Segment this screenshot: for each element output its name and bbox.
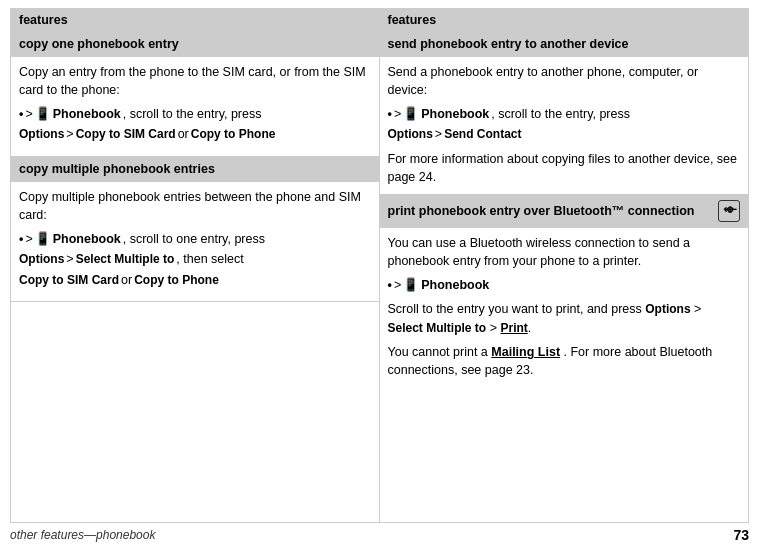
right-section1-para2: For more information about copying files… — [388, 150, 741, 186]
left-section2-content: Copy multiple phonebook entries between … — [11, 182, 379, 302]
footer: other features—phonebook 73 — [0, 523, 759, 547]
right-section2-content: You can use a Bluetooth wireless connect… — [380, 228, 749, 387]
right-features-text: features — [388, 13, 437, 27]
nav-bullet-1: • — [19, 105, 23, 123]
nav-options-2: Options — [19, 251, 64, 268]
right-nav-phonebook-icon-2: 📱 — [403, 276, 419, 294]
left-section2-nav: • > 📱 Phonebook, scroll to one entry, pr… — [19, 230, 371, 248]
left-section1-nav2: Options > Copy to SIM Card or Copy to Ph… — [19, 125, 371, 143]
left-features-text: features — [19, 13, 68, 27]
right-para2-gt: > — [694, 302, 701, 316]
right-section2-header-text: print phonebook entry over Bluetooth™ co… — [388, 204, 715, 218]
right-nav-arrow-1: > — [394, 105, 401, 123]
left-section2-header: copy multiple phonebook entries — [11, 157, 379, 182]
right-nav-phonebook-icon-1: 📱 — [403, 105, 419, 123]
right-section2-para3: You cannot print a Mailing List . For mo… — [388, 343, 741, 379]
right-para2-print: Print — [500, 321, 527, 335]
nav-copy-phone-2: Copy to Phone — [134, 272, 219, 289]
main-content: features copy one phonebook entry Copy a… — [10, 8, 749, 523]
right-nav-bullet-2: • — [388, 276, 392, 294]
footer-left: other features—phonebook — [10, 528, 733, 542]
right-nav-options-1: Options — [388, 126, 433, 143]
right-nav-send: Send Contact — [444, 126, 521, 143]
left-section1-para1: Copy an entry from the phone to the SIM … — [19, 63, 371, 99]
nav-phonebook-text-2: Phonebook — [53, 230, 121, 248]
left-column: features copy one phonebook entry Copy a… — [11, 9, 380, 522]
right-section1-header-text: send phonebook entry to another device — [388, 37, 629, 51]
right-para2-options: Options — [645, 302, 690, 316]
right-section2-para1: You can use a Bluetooth wireless connect… — [388, 234, 741, 270]
nav-phonebook-icon-1: 📱 — [35, 105, 51, 123]
nav-copy-sim-2: Copy to SIM Card — [19, 272, 119, 289]
left-features-label: features — [11, 9, 379, 32]
right-nav-phonebook-text-1: Phonebook — [421, 105, 489, 123]
nav-options-1: Options — [19, 126, 64, 143]
left-section2-nav2: Options > Select Multiple to, then selec… — [19, 250, 371, 268]
page-container: features copy one phonebook entry Copy a… — [0, 0, 759, 547]
right-para2-select: Select Multiple to — [388, 321, 487, 335]
nav-arrow-1: > — [25, 105, 32, 123]
nav-bullet-2: • — [19, 230, 23, 248]
right-nav-gt-1: > — [435, 125, 442, 143]
footer-text: other features—phonebook — [10, 528, 155, 542]
nav-gt-1: > — [66, 125, 73, 143]
right-nav-arrow-2: > — [394, 276, 401, 294]
nav-rest-2: , scroll to one entry, press — [123, 230, 265, 248]
right-para3-pre: You cannot print a — [388, 345, 488, 359]
left-section2-nav3: Copy to SIM Card or Copy to Phone — [19, 271, 371, 289]
nav-arrow-2: > — [25, 230, 32, 248]
bluetooth-icon: ⬲ — [718, 200, 740, 222]
right-section2-header-row: print phonebook entry over Bluetooth™ co… — [388, 200, 741, 222]
nav-or-2: or — [121, 271, 132, 289]
right-nav-phonebook-text-2: Phonebook — [421, 276, 489, 294]
nav-copy-phone-1: Copy to Phone — [191, 126, 276, 143]
left-section1-content: Copy an entry from the phone to the SIM … — [11, 57, 379, 157]
left-section2-para1: Copy multiple phonebook entries between … — [19, 188, 371, 224]
left-section2-header-text: copy multiple phonebook entries — [19, 162, 215, 176]
right-section1-nav2: Options > Send Contact — [388, 125, 741, 143]
right-para2-print-underline: Print — [500, 321, 527, 335]
left-section1-nav: • > 📱 Phonebook, scroll to the entry, pr… — [19, 105, 371, 123]
right-section2-nav: • > 📱 Phonebook — [388, 276, 741, 294]
right-section2-header: print phonebook entry over Bluetooth™ co… — [380, 195, 749, 228]
nav-phonebook-text-1: Phonebook — [53, 105, 121, 123]
right-nav-rest-1: , scroll to the entry, press — [491, 105, 630, 123]
right-para2-dot: . — [528, 321, 531, 335]
nav-phonebook-icon-2: 📱 — [35, 230, 51, 248]
right-section1-para1: Send a phonebook entry to another phone,… — [388, 63, 741, 99]
nav-select-2: Select Multiple to — [76, 251, 175, 268]
nav-gt-2: > — [66, 250, 73, 268]
right-para3-bold: Mailing List — [491, 345, 560, 359]
left-section1-header-text: copy one phonebook entry — [19, 37, 179, 51]
right-section1-header: send phonebook entry to another device — [380, 32, 749, 57]
right-para2-gt2: > — [490, 321, 501, 335]
right-para2-pre: Scroll to the entry you want to print, a… — [388, 302, 642, 316]
right-nav-bullet-1: • — [388, 105, 392, 123]
nav-or-1: or — [178, 125, 189, 143]
nav-rest-1: , scroll to the entry, press — [123, 105, 262, 123]
left-section1-header: copy one phonebook entry — [11, 32, 379, 57]
right-features-label: features — [380, 9, 749, 32]
nav-then-2: , then select — [176, 250, 243, 268]
footer-page-number: 73 — [733, 527, 749, 543]
right-section2-para2: Scroll to the entry you want to print, a… — [388, 300, 741, 337]
right-section1-nav: • > 📱 Phonebook, scroll to the entry, pr… — [388, 105, 741, 123]
right-column: features send phonebook entry to another… — [380, 9, 749, 522]
right-section1-content: Send a phonebook entry to another phone,… — [380, 57, 749, 195]
nav-copy-sim-1: Copy to SIM Card — [76, 126, 176, 143]
